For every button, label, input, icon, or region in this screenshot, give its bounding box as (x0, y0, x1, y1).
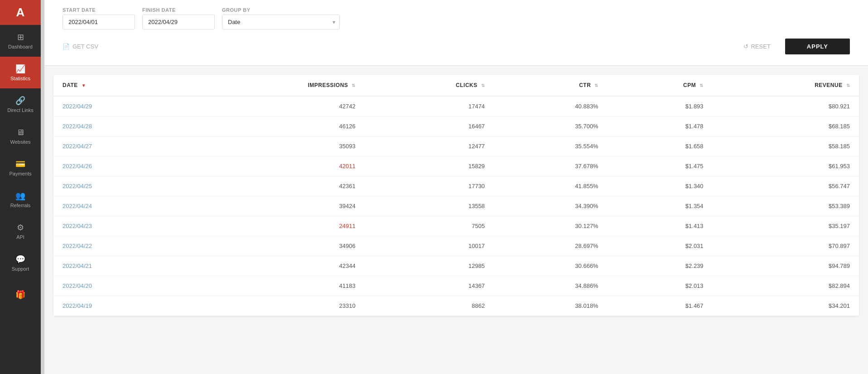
cell-clicks: 14367 (365, 276, 494, 296)
sidebar-label-dashboard: Dashboard (8, 44, 33, 49)
cell-cpm: $1.354 (608, 196, 713, 216)
cell-date: 2022/04/24 (53, 196, 184, 216)
col-ctr[interactable]: CTR ⇅ (494, 75, 608, 96)
cell-revenue: $58.185 (713, 136, 859, 156)
websites-icon: 🖥 (16, 128, 24, 137)
logo-letter: A (16, 5, 25, 19)
cell-clicks: 12477 (365, 136, 494, 156)
cell-cpm: $1.475 (608, 156, 713, 176)
start-date-group: START DATE (63, 7, 135, 29)
group-by-select[interactable]: Date Week Month (222, 15, 340, 29)
cell-impressions: 42011 (184, 156, 364, 176)
sidebar-label-api: API (16, 234, 24, 240)
sidebar-item-api[interactable]: ⚙ API (0, 215, 41, 247)
sidebar-item-websites[interactable]: 🖥 Websites (0, 120, 41, 152)
finish-date-group: FINISH DATE (142, 7, 215, 29)
col-clicks[interactable]: CLICKS ⇅ (365, 75, 494, 96)
header-row: DATE ▼ IMPRESSIONS ⇅ CLICKS ⇅ CTR ⇅ (53, 75, 859, 96)
csv-button[interactable]: 📄 GET CSV (63, 43, 98, 50)
table-row: 2022/04/24 39424 13558 34.390% $1.354 $5… (53, 196, 859, 216)
cell-ctr: 34.886% (494, 276, 608, 296)
cell-clicks: 16467 (365, 117, 494, 136)
table-row: 2022/04/29 42742 17474 40.883% $1.893 $8… (53, 96, 859, 117)
cell-revenue: $53.389 (713, 196, 859, 216)
sidebar-item-gift[interactable]: 🎁 (0, 279, 41, 311)
cell-ctr: 38.018% (494, 296, 608, 316)
table-header: DATE ▼ IMPRESSIONS ⇅ CLICKS ⇅ CTR ⇅ (53, 75, 859, 96)
cell-cpm: $1.893 (608, 96, 713, 117)
table-body: 2022/04/29 42742 17474 40.883% $1.893 $8… (53, 96, 859, 316)
reset-label: RESET (751, 43, 771, 50)
sort-arrows-revenue: ⇅ (846, 83, 850, 88)
dashboard-icon: ⊞ (17, 32, 24, 42)
table-row: 2022/04/26 42011 15829 37.678% $1.475 $6… (53, 156, 859, 176)
date-row: START DATE FINISH DATE GROUP BY Date Wee… (63, 7, 850, 29)
table-section: DATE ▼ IMPRESSIONS ⇅ CLICKS ⇅ CTR ⇅ (53, 75, 859, 316)
col-date[interactable]: DATE ▼ (53, 75, 184, 96)
cell-clicks: 7505 (365, 216, 494, 236)
sort-arrow-date: ▼ (82, 83, 86, 88)
table-row: 2022/04/22 34906 10017 28.697% $2.031 $7… (53, 236, 859, 256)
csv-icon: 📄 (63, 43, 70, 50)
cell-revenue: $35.197 (713, 216, 859, 236)
filter-section: START DATE FINISH DATE GROUP BY Date Wee… (44, 0, 868, 66)
sort-arrows-cpm: ⇅ (699, 83, 704, 88)
cell-impressions: 46126 (184, 117, 364, 136)
group-by-label: GROUP BY (222, 7, 340, 13)
reset-button[interactable]: ↺ RESET (736, 39, 778, 53)
sidebar-item-referrals[interactable]: 👥 Referrals (0, 184, 41, 215)
referrals-icon: 👥 (15, 191, 25, 201)
cell-impressions: 35093 (184, 136, 364, 156)
cell-cpm: $1.340 (608, 176, 713, 196)
link-icon: 🔗 (15, 96, 25, 106)
sidebar-item-support[interactable]: 💬 Support (0, 247, 41, 279)
sort-arrows-ctr: ⇅ (594, 83, 598, 88)
col-cpm[interactable]: CPM ⇅ (608, 75, 713, 96)
csv-label: GET CSV (72, 43, 98, 50)
cell-revenue: $80.921 (713, 96, 859, 117)
cell-clicks: 12985 (365, 256, 494, 276)
table-row: 2022/04/19 23310 8862 38.018% $1.467 $34… (53, 296, 859, 316)
apply-button[interactable]: APPLY (785, 39, 850, 54)
cell-clicks: 13558 (365, 196, 494, 216)
cell-ctr: 30.127% (494, 216, 608, 236)
cell-ctr: 37.678% (494, 156, 608, 176)
sidebar-item-dashboard[interactable]: ⊞ Dashboard (0, 25, 41, 57)
gift-icon: 🎁 (15, 290, 25, 300)
cell-clicks: 17474 (365, 96, 494, 117)
cell-clicks: 15829 (365, 156, 494, 176)
statistics-icon: 📈 (15, 64, 25, 74)
cell-revenue: $34.201 (713, 296, 859, 316)
table-row: 2022/04/25 42361 17730 41.855% $1.340 $5… (53, 176, 859, 196)
sidebar-item-statistics[interactable]: 📈 Statistics (0, 57, 41, 88)
cell-revenue: $61.953 (713, 156, 859, 176)
cell-revenue: $70.897 (713, 236, 859, 256)
reset-icon: ↺ (743, 43, 748, 50)
cell-cpm: $2.031 (608, 236, 713, 256)
col-revenue[interactable]: REVENUE ⇅ (713, 75, 859, 96)
cell-cpm: $1.467 (608, 296, 713, 316)
cell-revenue: $82.894 (713, 276, 859, 296)
cell-date: 2022/04/23 (53, 216, 184, 236)
cell-date: 2022/04/22 (53, 236, 184, 256)
api-icon: ⚙ (17, 223, 24, 233)
cell-date: 2022/04/20 (53, 276, 184, 296)
sidebar-label-support: Support (12, 266, 29, 272)
col-impressions[interactable]: IMPRESSIONS ⇅ (184, 75, 364, 96)
sort-arrows-clicks: ⇅ (481, 83, 485, 88)
start-date-input[interactable] (63, 15, 135, 29)
cell-date: 2022/04/29 (53, 96, 184, 117)
cell-impressions: 23310 (184, 296, 364, 316)
finish-date-input[interactable] (142, 15, 215, 29)
cell-impressions: 41183 (184, 276, 364, 296)
cell-revenue: $56.747 (713, 176, 859, 196)
sidebar-item-direct-links[interactable]: 🔗 Direct Links (0, 88, 41, 120)
cell-revenue: $68.185 (713, 117, 859, 136)
sidebar-logo: A (0, 0, 41, 25)
cell-date: 2022/04/27 (53, 136, 184, 156)
main-content: START DATE FINISH DATE GROUP BY Date Wee… (44, 0, 868, 374)
sidebar: A ⊞ Dashboard 📈 Statistics 🔗 Direct Link… (0, 0, 41, 374)
payments-icon: 💳 (15, 159, 25, 169)
sidebar-item-payments[interactable]: 💳 Payments (0, 152, 41, 184)
cell-clicks: 10017 (365, 236, 494, 256)
